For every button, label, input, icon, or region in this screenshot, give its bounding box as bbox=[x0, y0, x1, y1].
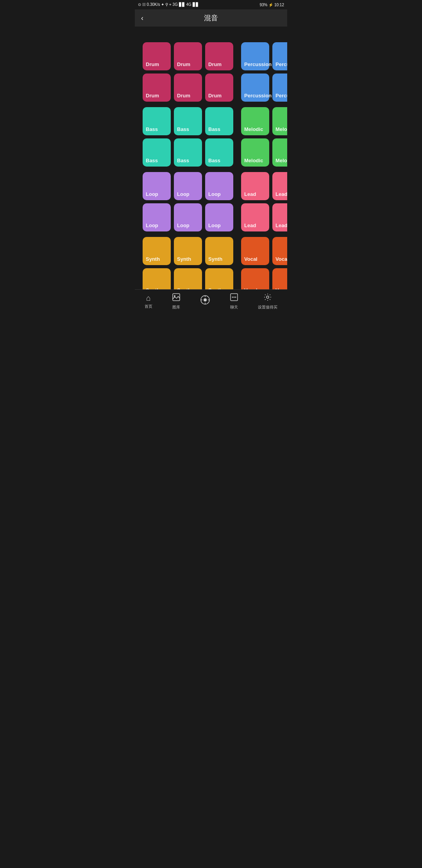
pad-drum-2[interactable]: Drum bbox=[174, 42, 202, 70]
pad-melodic-1[interactable]: Melodic bbox=[241, 107, 269, 135]
pad-lead-4[interactable]: Lead bbox=[241, 203, 269, 231]
nav-gallery-label: 图库 bbox=[172, 305, 180, 310]
pad-loop-3[interactable]: Loop bbox=[205, 172, 233, 200]
pad-melodic-5[interactable]: Melodic bbox=[272, 138, 287, 167]
pad-bass-6[interactable]: Bass bbox=[205, 138, 233, 167]
group-drum: Drum Drum Drum Drum Drum Drum bbox=[143, 42, 233, 102]
svg-point-12 bbox=[266, 296, 269, 298]
pad-synth-3[interactable]: Synth bbox=[205, 237, 233, 265]
page-title: 混音 bbox=[204, 13, 218, 23]
pad-vocal-2[interactable]: Vocal bbox=[272, 237, 287, 265]
content-area: Drum Drum Drum Drum Drum Drum Percussion… bbox=[135, 27, 287, 289]
group-lead: Lead Lead Lead Lead Lead Lead bbox=[241, 172, 287, 231]
battery-text: 93% ⚡ 10:12 bbox=[259, 3, 284, 7]
nav-home[interactable]: ⌂ 首页 bbox=[145, 294, 152, 309]
pad-bass-5[interactable]: Bass bbox=[174, 138, 202, 167]
pad-lead-2[interactable]: Lead bbox=[272, 172, 287, 200]
pad-melodic-4[interactable]: Melodic bbox=[241, 138, 269, 167]
nav-discover[interactable] bbox=[200, 295, 210, 308]
pad-drum-4[interactable]: Drum bbox=[143, 74, 171, 102]
svg-point-11 bbox=[235, 296, 236, 298]
row-synth-vocal: Synth Synth Synth Synth Synth Synth Voca… bbox=[143, 237, 279, 289]
pad-synth-4[interactable]: Synth bbox=[143, 268, 171, 289]
svg-point-3 bbox=[204, 298, 207, 301]
pad-bass-3[interactable]: Bass bbox=[205, 107, 233, 135]
nav-chat-label: 聊天 bbox=[230, 305, 238, 310]
pad-percussion-5[interactable]: Percussion bbox=[272, 74, 287, 102]
home-icon: ⌂ bbox=[146, 294, 151, 303]
group-melodic: Melodic Melodic Melodic Melodic Melodic … bbox=[241, 107, 287, 167]
chat-icon bbox=[230, 293, 238, 303]
pad-melodic-2[interactable]: Melodic bbox=[272, 107, 287, 135]
svg-point-10 bbox=[234, 296, 235, 298]
pad-synth-5[interactable]: Synth bbox=[174, 268, 202, 289]
pad-vocal-5[interactable]: Vocal bbox=[272, 268, 287, 289]
pad-bass-1[interactable]: Bass bbox=[143, 107, 171, 135]
group-synth: Synth Synth Synth Synth Synth Synth bbox=[143, 237, 233, 289]
pad-bass-2[interactable]: Bass bbox=[174, 107, 202, 135]
pad-synth-2[interactable]: Synth bbox=[174, 237, 202, 265]
status-icons: ⊙ ☷ 0.30K/s ✦ ⚲ ⌖ 3G ▊▊ 4G ▊▊ bbox=[138, 2, 199, 7]
back-button[interactable]: ‹ bbox=[141, 14, 143, 22]
pad-vocal-4[interactable]: Vocal bbox=[241, 268, 269, 289]
group-vocal: Vocal Vocal Vocal Vocal Vocal Vocal bbox=[241, 237, 287, 289]
nav-settings[interactable]: 设置值得买 bbox=[258, 293, 277, 310]
nav-gallery[interactable]: 图库 bbox=[172, 293, 181, 310]
pad-lead-1[interactable]: Lead bbox=[241, 172, 269, 200]
nav-settings-label: 设置值得买 bbox=[258, 305, 277, 310]
svg-point-9 bbox=[232, 296, 233, 298]
pad-synth-6[interactable]: Synth bbox=[205, 268, 233, 289]
pad-percussion-4[interactable]: Percussion bbox=[241, 74, 269, 102]
settings-icon bbox=[263, 293, 272, 303]
bottom-navigation: ⌂ 首页 图库 bbox=[135, 289, 287, 313]
row-drum-percussion: Drum Drum Drum Drum Drum Drum Percussion… bbox=[143, 42, 279, 102]
pad-drum-1[interactable]: Drum bbox=[143, 42, 171, 70]
pad-percussion-1[interactable]: Percussion bbox=[241, 42, 269, 70]
row-loop-lead: Loop Loop Loop Loop Loop Loop Lead Lead … bbox=[143, 172, 279, 231]
pad-loop-5[interactable]: Loop bbox=[174, 203, 202, 231]
group-percussion: Percussion Percussion Percussion Percuss… bbox=[241, 42, 287, 102]
pad-drum-6[interactable]: Drum bbox=[205, 74, 233, 102]
header: ‹ 混音 bbox=[135, 9, 287, 27]
status-right: 93% ⚡ 10:12 bbox=[259, 3, 284, 7]
pad-loop-2[interactable]: Loop bbox=[174, 172, 202, 200]
pad-loop-4[interactable]: Loop bbox=[143, 203, 171, 231]
pad-loop-6[interactable]: Loop bbox=[205, 203, 233, 231]
group-bass: Bass Bass Bass Bass Bass Bass bbox=[143, 107, 233, 167]
status-left: ⊙ ☷ 0.30K/s ✦ ⚲ ⌖ 3G ▊▊ 4G ▊▊ bbox=[138, 2, 199, 7]
pad-vocal-1[interactable]: Vocal bbox=[241, 237, 269, 265]
nav-chat[interactable]: 聊天 bbox=[230, 293, 238, 310]
gallery-icon bbox=[172, 293, 181, 303]
pad-bass-4[interactable]: Bass bbox=[143, 138, 171, 167]
pad-percussion-2[interactable]: Percussion bbox=[272, 42, 287, 70]
pad-drum-3[interactable]: Drum bbox=[205, 42, 233, 70]
status-bar: ⊙ ☷ 0.30K/s ✦ ⚲ ⌖ 3G ▊▊ 4G ▊▊ 93% ⚡ 10:1… bbox=[135, 0, 287, 9]
discover-icon bbox=[200, 295, 210, 307]
pad-synth-1[interactable]: Synth bbox=[143, 237, 171, 265]
pad-lead-5[interactable]: Lead bbox=[272, 203, 287, 231]
nav-home-label: 首页 bbox=[145, 304, 152, 309]
pad-drum-5[interactable]: Drum bbox=[174, 74, 202, 102]
group-loop: Loop Loop Loop Loop Loop Loop bbox=[143, 172, 233, 231]
pad-loop-1[interactable]: Loop bbox=[143, 172, 171, 200]
row-bass-melodic: Bass Bass Bass Bass Bass Bass Melodic Me… bbox=[143, 107, 279, 167]
